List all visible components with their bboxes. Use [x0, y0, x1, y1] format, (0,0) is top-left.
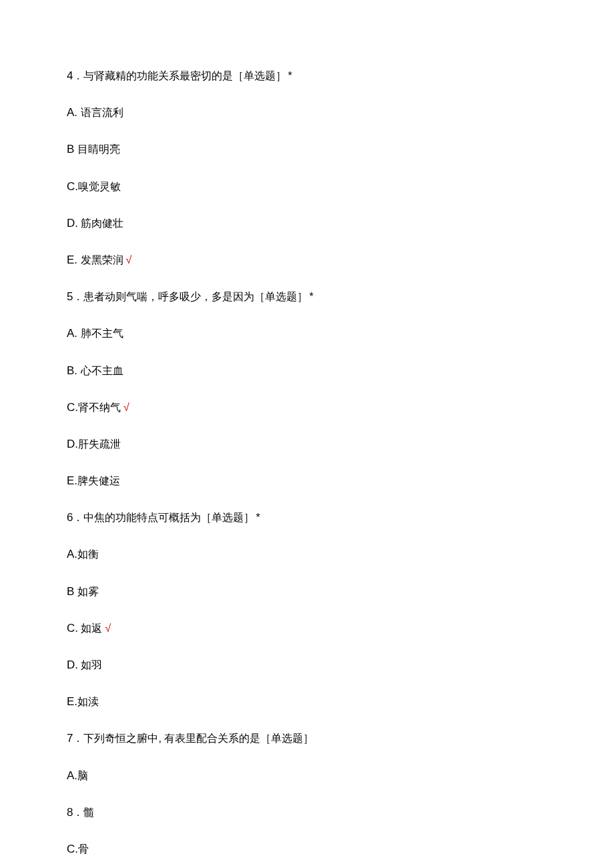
option-text: 肾不纳气 — [78, 402, 121, 413]
option-line: A. 语言流利 — [67, 103, 547, 121]
option-text: 语言流利 — [77, 107, 123, 118]
required-asterisk: * — [256, 512, 260, 523]
option-letter: B. — [67, 364, 77, 377]
option-letter: C. — [67, 401, 78, 414]
option-line: D.肝失疏泄 — [67, 435, 547, 453]
option-line: B. 心不主血 — [67, 362, 547, 380]
option-letter: E. — [67, 695, 77, 708]
option-line: E.如渎 — [67, 693, 547, 711]
option-text: 脑 — [77, 770, 88, 781]
option-line: C.骨 — [67, 840, 547, 858]
option-letter: D. — [67, 659, 78, 671]
option-text: 心不主血 — [77, 365, 123, 376]
option-letter: C. — [67, 622, 78, 634]
option-text: 发黑荣润 — [77, 254, 123, 266]
required-asterisk: * — [288, 70, 292, 81]
option-text: 嗅觉灵敏 — [78, 181, 121, 192]
option-line: D. 如羽 — [67, 656, 547, 674]
option-line: E.脾失健运 — [67, 472, 547, 490]
option-line: A. 肺不主气 — [67, 324, 547, 342]
checkmark-icon: √ — [126, 254, 132, 266]
question-line: 5．患者动则气喘，呼多吸少，多是因为［单选题］* — [67, 288, 547, 306]
option-text: 如羽 — [78, 659, 102, 671]
option-line: A.如衡 — [67, 545, 547, 563]
option-text: 肝失疏泄 — [78, 438, 121, 450]
option-text: 脾失健运 — [77, 475, 120, 486]
option-text: 目睛明亮 — [74, 143, 119, 155]
option-letter: A. — [67, 106, 77, 119]
option-text: 如雾 — [74, 586, 98, 597]
checkmark-icon: √ — [123, 402, 129, 413]
option-line: C.嗅觉灵敏 — [67, 177, 547, 195]
required-asterisk: * — [309, 291, 313, 302]
option-line: D. 筋肉健壮 — [67, 214, 547, 232]
document-body: 4．与肾藏精的功能关系最密切的是［单选题］*A. 语言流利B 目睛明亮C.嗅觉灵… — [67, 67, 547, 868]
option-line: 8．髓 — [67, 803, 547, 821]
option-text: 筋肉健壮 — [78, 218, 123, 229]
option-letter: A. — [67, 769, 77, 782]
question-text: ．中焦的功能特点可概括为［单选题］ — [73, 512, 254, 523]
option-line: C.肾不纳气√ — [67, 398, 547, 416]
question-line: 4．与肾藏精的功能关系最密切的是［单选题］* — [67, 67, 547, 85]
option-letter: C. — [67, 180, 78, 193]
option-text: 骨 — [78, 843, 89, 855]
question-line: 6．中焦的功能特点可概括为［单选题］* — [67, 508, 547, 526]
option-letter: E. — [67, 474, 77, 487]
option-line: B 如雾 — [67, 582, 547, 600]
option-text: 如返 — [78, 622, 102, 634]
option-letter: B — [67, 143, 74, 155]
question-text: ．患者动则气喘，呼多吸少，多是因为［单选题］ — [73, 291, 308, 302]
option-text: 如渎 — [77, 696, 99, 707]
option-letter: E. — [67, 254, 77, 266]
option-line: A.脑 — [67, 767, 547, 785]
option-text: 如衡 — [77, 548, 99, 560]
option-line: B 目睛明亮 — [67, 140, 547, 158]
option-letter: A. — [67, 548, 77, 560]
question-text: ．与肾藏精的功能关系最密切的是［单选题］ — [73, 70, 286, 81]
option-letter: D. — [67, 217, 78, 230]
option-letter: A. — [67, 327, 77, 340]
option-letter: D. — [67, 438, 78, 450]
option-letter: B — [67, 585, 74, 598]
checkmark-icon: √ — [105, 622, 111, 634]
option-text: ．髓 — [73, 807, 94, 818]
option-text: 肺不主气 — [77, 328, 123, 339]
option-line: E. 发黑荣润√ — [67, 251, 547, 269]
question-text: ．下列奇恒之腑中, 有表里配合关系的是［单选题］ — [73, 733, 314, 744]
question-line: 7．下列奇恒之腑中, 有表里配合关系的是［单选题］ — [67, 729, 547, 747]
option-letter: C. — [67, 843, 78, 855]
option-line: C. 如返√ — [67, 619, 547, 637]
